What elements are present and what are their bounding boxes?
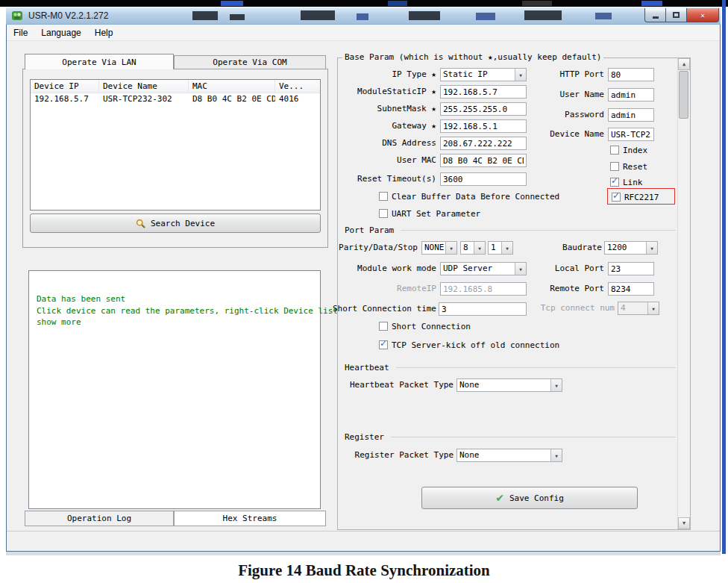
baudrate-select[interactable]: 1200 ▼	[604, 241, 658, 255]
ip-type-label: IP Type ★	[332, 68, 436, 81]
section-rule	[391, 437, 676, 437]
device-name-input[interactable]	[608, 128, 654, 141]
clear-buffer-checkbox[interactable]: Clear Buffer Data Before Connected	[379, 191, 559, 202]
window-controls: ✕	[644, 8, 719, 22]
checkbox-box	[610, 162, 619, 171]
remote-port-input[interactable]	[608, 282, 654, 296]
save-check-icon: ✔	[495, 492, 504, 504]
artifact-fragment	[641, 1, 662, 6]
register-title: Register	[342, 432, 386, 442]
chevron-down-icon: ▼	[501, 242, 512, 254]
background-artifact-bottom	[6, 552, 721, 555]
log-line: Click device can read the parameters, ri…	[37, 305, 338, 317]
ip-type-select[interactable]: Static IP ▼	[440, 68, 527, 81]
reset-timeout-input[interactable]	[440, 172, 527, 186]
tab-operation-log[interactable]: Operation Log	[25, 511, 174, 526]
search-device-label: Search Device	[151, 219, 215, 228]
search-icon	[136, 219, 145, 228]
device-list: Device IP Device Name MAC Ve... 192.168.…	[30, 79, 321, 211]
titlebar-artifact	[476, 13, 495, 20]
right-panel-scrollbar[interactable]: ▲ ▼	[677, 58, 689, 529]
scroll-up-icon: ▲	[682, 61, 685, 67]
index-checkbox[interactable]: Index	[610, 145, 647, 155]
search-device-button[interactable]: Search Device	[30, 213, 321, 233]
dns-address-input[interactable]	[440, 137, 527, 150]
parity-select[interactable]: NONE ▼	[421, 241, 457, 255]
device-row[interactable]: 192.168.5.7 USR-TCP232-302 D8 B0 4C B2 0…	[31, 93, 320, 105]
gateway-label: Gateway ★	[332, 119, 436, 133]
titlebar-artifact	[230, 14, 245, 20]
tcp-kick-label: TCP Server-kick off old connection	[392, 340, 559, 350]
parity-data-stop-label: Parity/Data/Stop	[313, 241, 418, 255]
column-device-name[interactable]: Device Name	[99, 80, 189, 93]
minimize-icon	[653, 16, 659, 19]
scroll-down-button[interactable]: ▼	[678, 517, 690, 529]
baudrate-value: 1200	[605, 242, 646, 254]
cell-version: 4016	[275, 93, 320, 105]
heartbeat-packet-type-select[interactable]: None ▼	[456, 378, 562, 392]
subnet-mask-input[interactable]	[440, 102, 527, 116]
tcp-connect-num-label: Tcp connect num	[531, 302, 615, 315]
short-connection-checkbox[interactable]: Short Connection	[379, 321, 471, 331]
uart-set-parameter-checkbox[interactable]: UART Set Parameter	[379, 208, 480, 219]
heartbeat-header: Heartbeat	[342, 363, 676, 372]
window-title: USR-M0 V2.2.1.272	[28, 10, 108, 21]
section-rule	[396, 367, 676, 368]
check-icon: ✓	[611, 175, 618, 186]
tcp-kick-checkbox[interactable]: ✓ TCP Server-kick off old connection	[379, 340, 559, 350]
ip-type-value: Static IP	[441, 69, 515, 81]
menu-language[interactable]: Language	[34, 25, 87, 40]
password-label: Password	[548, 108, 604, 122]
tcp-connect-num-select[interactable]: 4 ▼	[618, 302, 659, 315]
column-version[interactable]: Ve...	[275, 80, 320, 93]
scrollbar-thumb[interactable]	[679, 71, 688, 119]
clear-buffer-label: Clear Buffer Data Before Connected	[392, 192, 559, 202]
cell-device-name: USR-TCP232-302	[99, 93, 189, 105]
log-line: show more	[37, 317, 81, 328]
column-device-ip[interactable]: Device IP	[31, 80, 99, 93]
short-connection-time-input[interactable]	[439, 302, 527, 316]
link-checkbox[interactable]: ✓ Link	[610, 177, 643, 187]
heartbeat-packet-type-label: Heartbeat Packet Type	[343, 378, 454, 392]
stop-bits-select[interactable]: 1 ▼	[488, 241, 513, 255]
close-button[interactable]: ✕	[686, 8, 719, 22]
register-packet-type-select[interactable]: None ▼	[456, 449, 562, 462]
gateway-input[interactable]	[440, 119, 527, 133]
http-port-input[interactable]	[608, 68, 654, 81]
check-icon: ✓	[380, 338, 387, 349]
background-artifact-strip	[0, 0, 728, 7]
scroll-down-icon: ▼	[682, 520, 685, 526]
register-packet-type-label: Register Packet Type	[343, 449, 454, 462]
checkbox-box: ✓	[379, 340, 388, 349]
figure-caption: Figure 14 Baud Rate Synchronization	[0, 561, 728, 580]
work-mode-select[interactable]: UDP Server ▼	[440, 262, 527, 275]
checkbox-box	[379, 209, 388, 218]
data-bits-select[interactable]: 8 ▼	[460, 241, 486, 255]
tab-hex-streams[interactable]: Hex Streams	[174, 511, 326, 526]
chevron-down-icon: ▼	[474, 242, 485, 254]
tab-operate-via-com[interactable]: Operate Via COM	[174, 55, 326, 69]
user-mac-input[interactable]	[440, 154, 527, 167]
reset-checkbox[interactable]: Reset	[610, 161, 647, 172]
password-input[interactable]	[608, 108, 654, 122]
device-list-header: Device IP Device Name MAC Ve...	[31, 80, 320, 93]
scroll-up-button[interactable]: ▲	[678, 58, 690, 70]
minimize-button[interactable]	[644, 8, 666, 22]
local-port-input[interactable]	[608, 262, 654, 275]
menu-help[interactable]: Help	[88, 25, 120, 40]
checkbox-box: ✓	[610, 178, 619, 187]
column-mac[interactable]: MAC	[189, 80, 275, 93]
tab-operate-via-lan[interactable]: Operate Via LAN	[25, 54, 174, 69]
save-config-button[interactable]: ✔ Save Config	[421, 487, 638, 509]
user-mac-label: User MAC	[332, 154, 436, 167]
titlebar[interactable]: USR-M0 V2.2.1.272	[6, 7, 721, 25]
index-label: Index	[623, 146, 647, 155]
uart-set-parameter-label: UART Set Parameter	[392, 209, 480, 219]
maximize-button[interactable]	[666, 8, 686, 22]
menu-file[interactable]: File	[7, 25, 34, 40]
user-name-input[interactable]	[608, 88, 654, 102]
remote-ip-input[interactable]	[440, 282, 527, 296]
module-static-ip-input[interactable]	[440, 85, 527, 99]
chevron-down-icon: ▼	[550, 379, 562, 391]
reset-label: Reset	[623, 162, 647, 172]
